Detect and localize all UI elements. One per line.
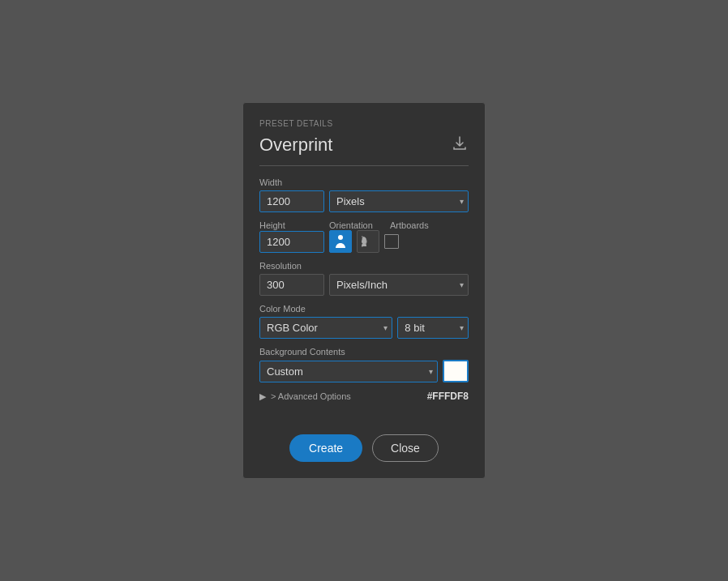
width-unit-select[interactable]: Pixels Inches Centimeters Millimeters bbox=[329, 190, 469, 212]
resolution-unit-select[interactable]: Pixels/Inch Pixels/Centimeter bbox=[329, 274, 469, 296]
color-hex-value: #FFFDF8 bbox=[427, 391, 469, 402]
orientation-label: Orientation bbox=[329, 220, 390, 230]
width-label: Width bbox=[259, 177, 469, 187]
resolution-unit-wrapper: Pixels/Inch Pixels/Centimeter ▾ bbox=[329, 274, 469, 296]
width-input[interactable] bbox=[259, 190, 324, 212]
advanced-row: ▶ > Advanced Options #FFFDF8 bbox=[259, 391, 469, 402]
preset-name: Overprint bbox=[259, 135, 332, 156]
background-group: Background Contents White Black Backgrou… bbox=[259, 347, 469, 382]
width-unit-wrapper: Pixels Inches Centimeters Millimeters ▾ bbox=[329, 190, 469, 212]
bit-depth-wrapper: 8 bit 16 bit 32 bit ▾ bbox=[397, 317, 469, 339]
create-button[interactable]: Create bbox=[289, 434, 362, 462]
background-wrapper: White Black Background Color Transparent… bbox=[259, 361, 438, 382]
color-mode-select[interactable]: RGB Color CMYK Color Grayscale Lab Color… bbox=[259, 317, 392, 339]
background-select[interactable]: White Black Background Color Transparent… bbox=[259, 361, 438, 382]
svg-point-2 bbox=[362, 237, 366, 241]
color-mode-wrapper: RGB Color CMYK Color Grayscale Lab Color… bbox=[259, 317, 392, 339]
height-orientation-row bbox=[259, 230, 469, 253]
color-mode-group: Color Mode RGB Color CMYK Color Grayscal… bbox=[259, 304, 469, 339]
background-color-swatch[interactable] bbox=[443, 360, 469, 382]
dialog-footer: Create Close bbox=[259, 434, 469, 462]
color-mode-row: RGB Color CMYK Color Grayscale Lab Color… bbox=[259, 317, 469, 339]
preset-section-label: PRESET DETAILS bbox=[259, 119, 469, 128]
advanced-label: > Advanced Options bbox=[271, 391, 351, 401]
secondary-labels-row: Height Orientation Artboards bbox=[259, 220, 469, 230]
artboards-label: Artboards bbox=[390, 220, 430, 230]
svg-point-0 bbox=[338, 235, 343, 240]
advanced-chevron-icon: ▶ bbox=[259, 391, 266, 402]
orientation-landscape-button[interactable] bbox=[357, 230, 379, 253]
preset-dialog: PRESET DETAILS Overprint Width Pixels In… bbox=[242, 102, 486, 479]
height-label: Height bbox=[259, 220, 329, 230]
resolution-input[interactable] bbox=[259, 274, 324, 296]
color-mode-label: Color Mode bbox=[259, 304, 469, 314]
close-button[interactable]: Close bbox=[372, 434, 439, 462]
background-row: White Black Background Color Transparent… bbox=[259, 360, 469, 382]
artboards-checkbox[interactable] bbox=[384, 234, 399, 249]
resolution-group: Resolution Pixels/Inch Pixels/Centimeter… bbox=[259, 261, 469, 296]
advanced-options-toggle[interactable]: ▶ > Advanced Options bbox=[259, 391, 351, 402]
width-group: Width Pixels Inches Centimeters Millimet… bbox=[259, 177, 469, 212]
bit-depth-select[interactable]: 8 bit 16 bit 32 bit bbox=[397, 317, 469, 339]
resolution-row: Pixels/Inch Pixels/Centimeter ▾ bbox=[259, 274, 469, 296]
width-row: Pixels Inches Centimeters Millimeters ▾ bbox=[259, 190, 469, 212]
background-label: Background Contents bbox=[259, 347, 469, 357]
resolution-label: Resolution bbox=[259, 261, 469, 271]
preset-title-row: Overprint bbox=[259, 135, 469, 166]
height-input[interactable] bbox=[259, 231, 324, 253]
save-preset-icon[interactable] bbox=[451, 135, 469, 156]
orientation-portrait-button[interactable] bbox=[329, 230, 352, 253]
